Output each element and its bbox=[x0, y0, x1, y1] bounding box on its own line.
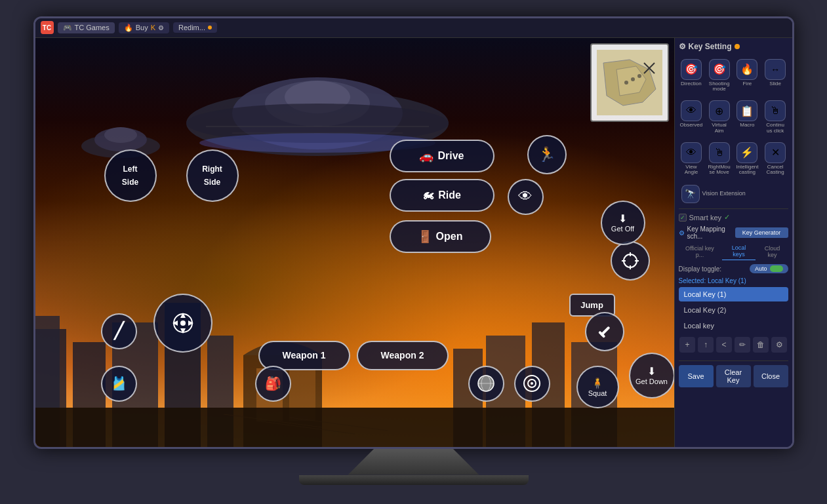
target-button[interactable] bbox=[514, 366, 550, 402]
icon-intelligent-casting[interactable]: ⚡ Intelligent casting bbox=[735, 140, 760, 179]
crosshair-button[interactable] bbox=[611, 241, 650, 281]
icon-slide[interactable]: ↔ Slide bbox=[763, 56, 788, 96]
panel-title: ⚙ Key Setting bbox=[679, 42, 788, 51]
auto-toggle[interactable]: Auto bbox=[750, 264, 788, 273]
icon-vision-extension[interactable]: 🔭 Vision Extension bbox=[679, 184, 788, 204]
monitor-base bbox=[299, 475, 529, 485]
backpack-button[interactable]: 🎽 bbox=[101, 366, 137, 402]
icon-direction[interactable]: 🎯 Direction bbox=[679, 56, 704, 96]
save-button[interactable]: Save bbox=[679, 365, 714, 387]
top-bar: TC 🎮 TC Games 🔥 Buy K ⚙ Redim... bbox=[35, 18, 792, 38]
icon-shooting-mode[interactable]: 🎯 Shooting mode bbox=[706, 56, 732, 96]
svg-point-44 bbox=[180, 320, 186, 326]
left-side-button[interactable]: Left Side bbox=[104, 149, 157, 202]
svg-marker-43 bbox=[188, 320, 193, 326]
svg-marker-40 bbox=[180, 313, 186, 318]
subtab-local[interactable]: Local keys bbox=[722, 242, 755, 260]
sphere-button[interactable] bbox=[468, 366, 504, 402]
tab-tc-games[interactable]: 🎮 TC Games bbox=[58, 22, 115, 33]
toolbar-up[interactable]: ↑ bbox=[698, 337, 714, 353]
ride-button[interactable]: 🏍 Ride bbox=[390, 179, 494, 212]
key-item-3[interactable]: Local key bbox=[679, 319, 788, 333]
svg-marker-42 bbox=[172, 320, 178, 326]
svg-point-32 bbox=[631, 77, 635, 81]
open-button[interactable]: 🚪 Open bbox=[390, 220, 491, 253]
toolbar-edit[interactable]: ✏ bbox=[735, 337, 750, 353]
get-off-button[interactable]: ⬇ Get Off bbox=[601, 201, 645, 245]
clear-key-button[interactable]: Clear Key bbox=[716, 365, 751, 387]
drive-button[interactable]: 🚗 Drive bbox=[390, 140, 494, 172]
smart-key-row: ✓ Smart key ✓ bbox=[679, 213, 788, 222]
panel-toolbar: + ↑ < ✏ 🗑 ⚙ bbox=[679, 337, 788, 353]
svg-rect-24 bbox=[35, 408, 674, 447]
monitor-frame: TC 🎮 TC Games 🔥 Buy K ⚙ Redim... bbox=[33, 16, 794, 449]
joystick-button[interactable] bbox=[153, 294, 212, 353]
selected-label: Selected: Local Key (1) bbox=[679, 277, 788, 284]
icon-macro[interactable]: 📋 Macro bbox=[735, 98, 760, 137]
display-toggle-row: Display toggle: Auto bbox=[679, 264, 788, 273]
right-side-button[interactable]: Right Side bbox=[186, 149, 239, 202]
content-area: Left Side Right Side 🚗 Drive 🏃 bbox=[35, 38, 792, 447]
subtabs-row: Official key p... Local keys Cloud key bbox=[679, 242, 788, 260]
toolbar-settings[interactable]: ⚙ bbox=[771, 337, 787, 353]
smart-key-checkbox[interactable]: ✓ bbox=[679, 214, 687, 222]
app-logo: TC bbox=[41, 21, 54, 34]
tab-redim[interactable]: Redim... bbox=[173, 22, 217, 33]
person-jump-button[interactable]: 🏃 bbox=[527, 135, 567, 174]
svg-point-10 bbox=[104, 127, 137, 143]
svg-point-50 bbox=[531, 382, 533, 385]
svg-marker-41 bbox=[180, 328, 186, 334]
icon-continuous-click[interactable]: 🖱 Continu us click bbox=[763, 98, 788, 137]
icon-view-angle[interactable]: 👁 View Angle bbox=[679, 140, 704, 179]
close-button[interactable]: Close bbox=[754, 365, 788, 387]
icon-cancel-casting[interactable]: ✕ Cancel Casting bbox=[763, 140, 788, 179]
key-generator-button[interactable]: Key Generator bbox=[735, 227, 788, 238]
icon-fire[interactable]: 🔥 Fire bbox=[735, 56, 760, 96]
key-item-2[interactable]: Local Key (2) bbox=[679, 303, 788, 317]
icon-observed[interactable]: 👁 Observed bbox=[679, 98, 704, 137]
key-list: Local Key (1) Local Key (2) Local key bbox=[679, 287, 788, 333]
action-buttons: Save Clear Key Close bbox=[679, 365, 788, 387]
monitor-stand bbox=[348, 449, 479, 475]
svg-point-33 bbox=[637, 74, 641, 78]
right-panel: ⚙ Key Setting 🎯 Direction 🎯 Shooting mod… bbox=[674, 38, 792, 447]
get-down-button[interactable]: ⬇ Get Down bbox=[629, 353, 674, 398]
toolbar-add[interactable]: + bbox=[679, 337, 695, 353]
subtab-official[interactable]: Official key p... bbox=[679, 242, 721, 260]
icon-virtual-aim[interactable]: ⊕ Virtual Aim bbox=[706, 98, 732, 137]
tab-buy[interactable]: 🔥 Buy K ⚙ bbox=[119, 22, 169, 33]
cancel-button-circle[interactable]: ╱ bbox=[101, 313, 137, 349]
weapon2-button[interactable]: Weapon 2 bbox=[357, 341, 449, 370]
aim-circle-button[interactable]: 👁 bbox=[508, 179, 544, 215]
key-item-1[interactable]: Local Key (1) bbox=[679, 287, 788, 301]
icon-right-mouse-move[interactable]: 🖱 RightMou se Move bbox=[706, 140, 732, 179]
toolbar-share[interactable]: < bbox=[716, 337, 732, 353]
bag-button[interactable]: 🎒 bbox=[255, 366, 291, 402]
melee-button[interactable] bbox=[585, 312, 624, 351]
svg-point-31 bbox=[624, 81, 628, 85]
toolbar-delete[interactable]: 🗑 bbox=[753, 337, 769, 353]
icon-grid: 🎯 Direction 🎯 Shooting mode 🔥 Fire ↔ Sli… bbox=[679, 56, 788, 179]
squat-button[interactable]: 🧍 Squat bbox=[576, 366, 619, 408]
map-thumbnail[interactable] bbox=[590, 43, 669, 122]
game-viewport: Left Side Right Side 🚗 Drive 🏃 bbox=[35, 38, 674, 447]
subtab-cloud[interactable]: Cloud key bbox=[757, 242, 788, 260]
